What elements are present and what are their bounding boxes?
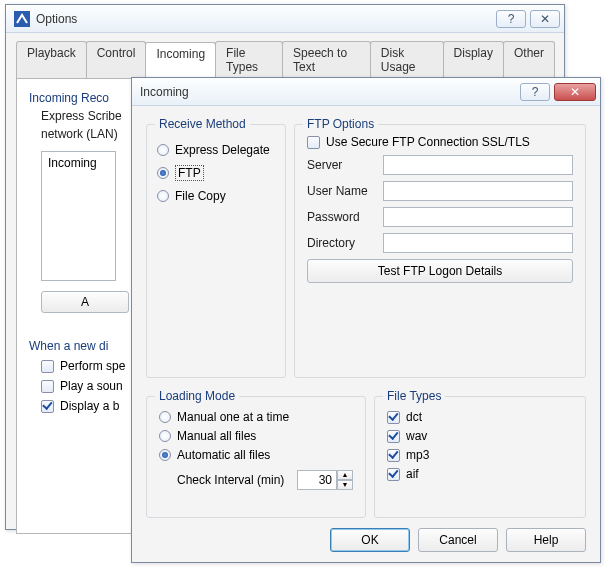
server-input[interactable]	[383, 155, 573, 175]
perform-label: Perform spe	[60, 359, 125, 373]
list-item[interactable]: Incoming	[48, 156, 109, 170]
close-icon: ✕	[540, 12, 550, 26]
checkbox-icon	[307, 136, 320, 149]
secure-ftp-checkbox[interactable]: Use Secure FTP Connection SSL/TLS	[307, 135, 573, 149]
username-label: User Name	[307, 184, 383, 198]
spin-up[interactable]: ▲	[337, 470, 353, 480]
display-label: Display a b	[60, 399, 119, 413]
radio-label: Express Delegate	[175, 143, 270, 157]
server-label: Server	[307, 158, 383, 172]
tab-file-types[interactable]: File Types	[215, 41, 283, 78]
help-button[interactable]: ?	[520, 83, 550, 101]
radio-label: Automatic all files	[177, 448, 270, 462]
radio-manual-one[interactable]: Manual one at a time	[159, 410, 353, 424]
radio-ftp[interactable]: FTP	[157, 165, 275, 181]
username-input[interactable]	[383, 181, 573, 201]
filetype-label: dct	[406, 410, 422, 424]
radio-icon	[157, 190, 169, 202]
password-label: Password	[307, 210, 383, 224]
filetype-wav[interactable]: wav	[387, 429, 573, 443]
radio-label: File Copy	[175, 189, 226, 203]
radio-label: Manual all files	[177, 429, 256, 443]
help-icon: ?	[532, 85, 539, 99]
tab-disk-usage[interactable]: Disk Usage	[370, 41, 444, 78]
receive-method-legend: Receive Method	[155, 117, 250, 131]
checkbox-icon	[387, 430, 400, 443]
tab-other[interactable]: Other	[503, 41, 555, 78]
password-input[interactable]	[383, 207, 573, 227]
checkbox-icon	[387, 468, 400, 481]
radio-icon	[157, 144, 169, 156]
filetype-label: aif	[406, 467, 419, 481]
help-icon: ?	[508, 12, 515, 26]
tab-speech-to-text[interactable]: Speech to Text	[282, 41, 371, 78]
interval-input[interactable]	[297, 470, 337, 490]
loading-mode-group: Loading Mode Manual one at a time Manual…	[146, 396, 366, 518]
directory-label: Directory	[307, 236, 383, 250]
radio-auto-all[interactable]: Automatic all files	[159, 448, 353, 462]
ftp-options-group: FTP Options Use Secure FTP Connection SS…	[294, 124, 586, 378]
tab-control[interactable]: Control	[86, 41, 147, 78]
file-types-group: File Types dct wav mp3 aif	[374, 396, 586, 518]
directory-input[interactable]	[383, 233, 573, 253]
file-types-legend: File Types	[383, 389, 445, 403]
radio-icon	[157, 167, 169, 179]
checkbox-icon	[41, 360, 54, 373]
ok-button[interactable]: OK	[330, 528, 410, 552]
options-title: Options	[36, 12, 492, 26]
interval-spinner[interactable]: ▲ ▼	[297, 470, 353, 490]
checkbox-icon	[387, 411, 400, 424]
spin-down[interactable]: ▼	[337, 480, 353, 490]
dialog-buttons: OK Cancel Help	[330, 528, 586, 552]
options-titlebar: Options ? ✕	[6, 5, 564, 33]
filetype-aif[interactable]: aif	[387, 467, 573, 481]
tab-incoming[interactable]: Incoming	[145, 42, 216, 79]
radio-file-copy[interactable]: File Copy	[157, 189, 275, 203]
incoming-titlebar: Incoming ? ✕	[132, 78, 600, 106]
incoming-dialog: Incoming ? ✕ Receive Method Express Dele…	[131, 77, 601, 563]
radio-express-delegate[interactable]: Express Delegate	[157, 143, 275, 157]
help-button[interactable]: ?	[496, 10, 526, 28]
radio-icon	[159, 430, 171, 442]
filetype-mp3[interactable]: mp3	[387, 448, 573, 462]
checkbox-icon	[387, 449, 400, 462]
ftp-options-legend: FTP Options	[303, 117, 378, 131]
filetype-label: mp3	[406, 448, 429, 462]
incoming-listbox[interactable]: Incoming	[41, 151, 116, 281]
filetype-label: wav	[406, 429, 427, 443]
radio-manual-all[interactable]: Manual all files	[159, 429, 353, 443]
tab-display[interactable]: Display	[443, 41, 504, 78]
options-tabs: Playback Control Incoming File Types Spe…	[16, 33, 554, 79]
checkbox-icon	[41, 380, 54, 393]
app-icon	[14, 11, 30, 27]
cancel-button[interactable]: Cancel	[418, 528, 498, 552]
radio-icon	[159, 411, 171, 423]
radio-label: Manual one at a time	[177, 410, 289, 424]
checkbox-icon	[41, 400, 54, 413]
filetype-dct[interactable]: dct	[387, 410, 573, 424]
incoming-title: Incoming	[140, 85, 516, 99]
play-label: Play a soun	[60, 379, 123, 393]
loading-mode-legend: Loading Mode	[155, 389, 239, 403]
secure-ftp-label: Use Secure FTP Connection SSL/TLS	[326, 135, 530, 149]
receive-method-group: Receive Method Express Delegate FTP File…	[146, 124, 286, 378]
close-button[interactable]: ✕	[530, 10, 560, 28]
interval-label: Check Interval (min)	[177, 473, 297, 487]
help-button[interactable]: Help	[506, 528, 586, 552]
radio-icon	[159, 449, 171, 461]
add-button[interactable]: A	[41, 291, 129, 313]
close-button[interactable]: ✕	[554, 83, 596, 101]
radio-label: FTP	[175, 165, 204, 181]
test-ftp-button[interactable]: Test FTP Logon Details	[307, 259, 573, 283]
close-icon: ✕	[570, 85, 580, 99]
tab-playback[interactable]: Playback	[16, 41, 87, 78]
